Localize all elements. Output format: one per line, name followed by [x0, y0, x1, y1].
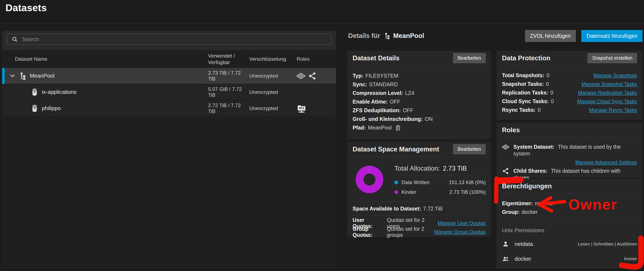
- column-header-usage[interactable]: Verwendet / Verfügbar: [208, 52, 249, 66]
- details-prefix: Details für: [348, 32, 380, 40]
- unix-permission-group-row: docker Keiner: [502, 251, 637, 266]
- unix-permissions-title: Unix Permissions: [502, 221, 637, 234]
- dataset-usage: 2.73 TiB / 7.72 TiB: [208, 70, 249, 82]
- total-snapshots-row: Total Snapshots: 0 Manage Snapshots: [502, 71, 637, 80]
- search-input[interactable]: [22, 36, 327, 43]
- manage-snapshot-tasks-link[interactable]: Manage Snapshot Tasks: [582, 81, 637, 87]
- replication-tasks-row: Replication Tasks: 0 Manage Replication …: [502, 88, 637, 97]
- legend-dot-blue: [394, 181, 398, 184]
- legend-data-written: Data Written 151.13 KiB (0%): [394, 178, 486, 187]
- dataset-details-card: Dataset Details Bearbeiten Typ:FILESYSTE…: [347, 51, 491, 139]
- table-header-row: Dataset Name Verwendet / Verfügbar Versc…: [2, 50, 336, 68]
- space-management-card: Dataset Space Management Bearbeiten Tota…: [347, 142, 491, 237]
- share-role-icon: [308, 72, 316, 80]
- title-divider: [0, 23, 644, 24]
- owner-annotation-text: Owner: [568, 196, 618, 213]
- dataset-usage: 2.72 TiB / 7.72 TiB: [208, 102, 249, 114]
- group-icon: [502, 255, 509, 262]
- dataset-usage: 5.07 GiB / 7.72 TiB: [208, 86, 249, 98]
- search-icon: [12, 36, 18, 42]
- edit-dataset-details-button[interactable]: Bearbeiten: [453, 53, 486, 63]
- system-dataset-role-icon: [297, 72, 305, 80]
- dataset-encryption: Unencrypted: [249, 73, 297, 79]
- manage-user-quotas-link[interactable]: Manage User Quotas: [438, 220, 486, 226]
- table-row-meanpool[interactable]: MeanPool 2.73 TiB / 7.72 TiB Unencrypted: [2, 68, 336, 84]
- search-box[interactable]: [7, 34, 331, 45]
- card-title: Dataset Space Management: [352, 146, 439, 153]
- details-dataset-name: MeanPool: [393, 32, 424, 40]
- snapshot-tasks-row: Snapshot Tasks: 0 Manage Snapshot Tasks: [502, 80, 637, 88]
- group-quotas-row: Group Quotas: Quotas set for 2 groups Ma…: [352, 228, 486, 237]
- child-shares-role-row: Child Shares: This dataset has children …: [502, 165, 637, 181]
- roles-card: Roles System Dataset: This dataset is us…: [496, 123, 642, 178]
- add-zvol-button[interactable]: ZVOL hinzufügen: [525, 30, 576, 42]
- dataset-encryption: Unencrypted: [249, 105, 297, 111]
- legend-children: Kinder 2.73 TiB (100%): [394, 187, 486, 197]
- dataset-table-panel: Dataset Name Verwendet / Verfügbar Versc…: [2, 31, 336, 269]
- manage-rsync-tasks-link[interactable]: Manage Rsync Tasks: [589, 107, 637, 113]
- edit-space-button[interactable]: Bearbeiten: [453, 144, 486, 154]
- create-snapshot-button[interactable]: Snapshot erstellen: [588, 53, 637, 63]
- manage-snapshots-link[interactable]: Manage Snapshots: [593, 72, 637, 78]
- system-dataset-role-row: System Dataset: This dataset is used by …: [502, 138, 637, 157]
- card-title: Berechtigungen: [502, 182, 552, 190]
- nfs-share-icon: [297, 104, 306, 113]
- manage-group-quotas-link[interactable]: Manage Group Quotas: [434, 229, 486, 235]
- column-header-roles[interactable]: Roles: [297, 56, 336, 62]
- dataset-icon: [31, 105, 38, 112]
- rsync-tasks-row: Rsync Tasks: 0 Manage Rsync Tasks: [502, 106, 637, 114]
- table-row-philippo[interactable]: philippo 2.72 TiB / 7.72 TiB Unencrypted: [2, 100, 336, 117]
- allocation-donut-chart: [354, 164, 385, 195]
- unix-permission-user-row: netdata Lesen | Schreiben | Ausführen: [502, 237, 637, 251]
- datasets-page: Datasets Dataset Name Verwendet / Verfüg…: [0, 0, 644, 271]
- cloud-sync-tasks-row: Cloud Sync Tasks: 0 Manage Cloud Sync Ta…: [502, 97, 637, 106]
- dataset-root-icon: [19, 72, 26, 80]
- permissions-card: Berechtigungen Eigentümer: netdata Group…: [496, 179, 642, 269]
- space-available-row: Space Available to Dataset: 7.72 TiB: [352, 202, 486, 216]
- table-row-ix-applications[interactable]: ix-applications 5.07 GiB / 7.72 TiB Unen…: [2, 84, 336, 100]
- manage-replication-tasks-link[interactable]: Manage Replication Tasks: [578, 90, 637, 96]
- chevron-down-icon[interactable]: [9, 72, 16, 80]
- dataset-name: ix-applications: [42, 89, 76, 95]
- dataset-icon: [31, 88, 38, 96]
- user-icon: [502, 241, 509, 248]
- manage-cloud-sync-tasks-link[interactable]: Manage Cloud Sync Tasks: [577, 98, 637, 104]
- path-row: Pfad: MeanPool: [352, 123, 486, 132]
- dataset-name: philippo: [42, 105, 61, 112]
- card-title: Roles: [502, 126, 520, 134]
- dataset-encryption: Unencrypted: [249, 89, 297, 95]
- search-bar: [2, 31, 336, 50]
- column-header-name[interactable]: Dataset Name: [2, 56, 208, 62]
- details-header: Details für MeanPool ZVOL hinzufügen Dat…: [348, 30, 642, 42]
- card-title: Dataset Details: [352, 54, 400, 62]
- legend-dot-magenta: [394, 190, 398, 194]
- share-icon: [502, 167, 509, 175]
- dataset-name: MeanPool: [30, 72, 54, 79]
- copy-path-icon[interactable]: [395, 125, 401, 131]
- data-protection-card: Data Protection Snapshot erstellen Total…: [496, 51, 642, 120]
- add-dataset-button[interactable]: Datensatz hinzufügen: [581, 30, 642, 42]
- total-allocation: Total Allocation: 2.73 TiB: [394, 165, 486, 172]
- card-title: Data Protection: [502, 54, 550, 62]
- column-header-encryption[interactable]: Verschlüsselung: [249, 56, 297, 62]
- system-dataset-icon: [502, 143, 509, 151]
- manage-advanced-settings-link[interactable]: Manage Advanced Settings: [576, 159, 637, 165]
- page-title: Datasets: [6, 2, 47, 13]
- dataset-root-icon: [384, 32, 390, 39]
